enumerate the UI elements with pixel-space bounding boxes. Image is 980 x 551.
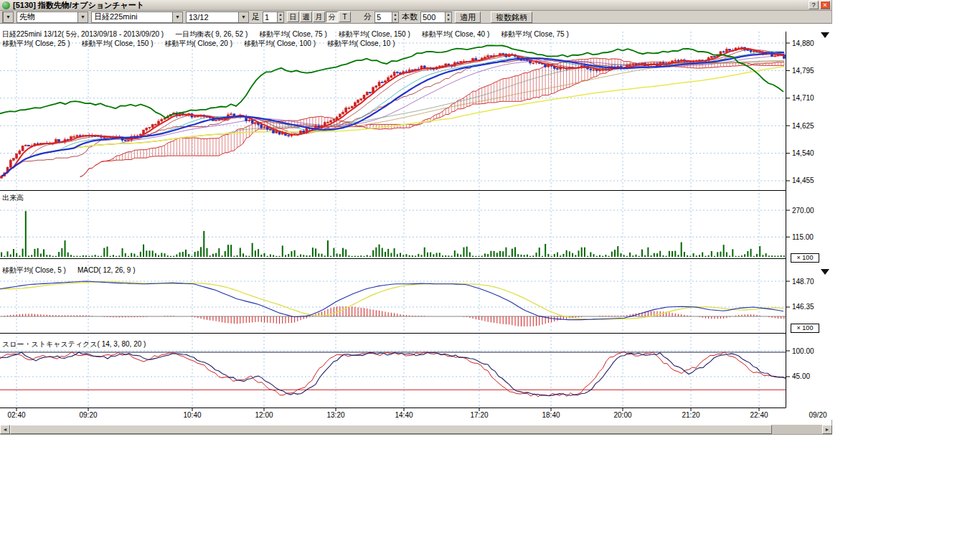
scroll-right-button[interactable]: ► [822, 425, 832, 434]
count-label: 本数 [402, 11, 418, 22]
period-button-T[interactable]: T [339, 11, 351, 22]
chart-mode-dropdown[interactable]: ▼ [2, 11, 14, 23]
period-button-週[interactable]: 週 [300, 11, 312, 22]
scrollbar-thumb[interactable] [10, 425, 772, 434]
minute-spinner[interactable]: 5 ▲▼ [374, 11, 399, 23]
period-button-分[interactable]: 分 [326, 11, 338, 22]
macd-pane-collapse-icon[interactable] [821, 269, 829, 275]
window-title: [5130] 指数先物/オプションチャート [13, 0, 807, 11]
contract-dropdown-value: 13/12 [187, 13, 238, 22]
spin-up-icon[interactable]: ▲ [392, 12, 398, 17]
count-value: 500 [421, 12, 445, 22]
minute-value: 5 [375, 12, 392, 22]
y-axis-label: 45.00 [792, 372, 810, 380]
volume-multiplier-badge: × 100 [791, 253, 819, 263]
x-axis-label: 13:20 [326, 411, 344, 419]
x-axis-label: 10:40 [183, 411, 201, 419]
y-axis-label: 14,880 [792, 39, 814, 47]
spin-up-icon[interactable]: ▲ [445, 12, 451, 17]
spinner-arrows[interactable]: ▲▼ [277, 12, 283, 22]
x-axis-label: 21:20 [682, 411, 699, 419]
titlebar: [5130] 指数先物/オプションチャート ? × [0, 0, 831, 11]
y-axis-label: 14,710 [792, 94, 814, 102]
ashi-count-value: 1 [263, 12, 277, 22]
chart-area: 14,88014,79514,71014,62514,54014,455270.… [0, 24, 832, 420]
market-dropdown-value: 先物 [17, 11, 77, 22]
market-dropdown[interactable]: 先物 ▼ [17, 11, 88, 23]
spin-up-icon[interactable]: ▲ [277, 12, 283, 17]
chevron-down-icon: ▼ [172, 12, 182, 22]
ashi-count-spinner[interactable]: 1 ▲▼ [263, 11, 284, 23]
x-axis-label: 14:40 [395, 411, 413, 419]
spin-down-icon[interactable]: ▼ [277, 17, 283, 22]
spinner-arrows[interactable]: ▲▼ [445, 12, 451, 22]
x-axis-label: 12:00 [255, 411, 273, 419]
x-axis-label: 09:20 [79, 411, 97, 419]
scroll-left-button[interactable]: ◄ [0, 425, 10, 434]
toolbar: ▼ 先物 ▼ 日経225mini ▼ 13/12 ▼ 足 1 ▲▼ 日週月分T … [0, 11, 831, 24]
price-pane-collapse-icon[interactable] [821, 32, 829, 38]
close-button[interactable]: × [820, 1, 830, 9]
x-axis-label: 17:20 [470, 411, 488, 419]
app-icon [2, 1, 10, 9]
x-axis-label: 09/20 [809, 411, 826, 419]
period-button-日[interactable]: 日 [287, 11, 299, 22]
chevron-down-icon: ▼ [77, 12, 88, 22]
y-axis-label: 148.70 [792, 278, 814, 286]
y-axis-label: 146.35 [792, 303, 814, 311]
chart-window: [5130] 指数先物/オプションチャート ? × ▼ 先物 ▼ 日経225mi… [0, 0, 832, 435]
multi-symbol-button[interactable]: 複数銘柄 [491, 11, 532, 23]
y-axis-label: 14,540 [792, 149, 814, 157]
contract-dropdown[interactable]: 13/12 ▼ [186, 11, 249, 23]
macd-multiplier-badge: × 100 [791, 324, 819, 333]
x-axis-label: 22:40 [750, 411, 768, 419]
x-axis-label: 02:40 [7, 411, 25, 419]
horizontal-scrollbar[interactable]: ◄ ► [0, 425, 832, 434]
x-axis-label: 18:40 [542, 411, 560, 419]
y-axis-label: 14,455 [792, 176, 814, 184]
y-axis-label: 270.00 [792, 207, 814, 215]
ashi-label: 足 [252, 11, 260, 22]
spin-down-icon[interactable]: ▼ [445, 17, 451, 22]
apply-button[interactable]: 適用 [455, 11, 481, 23]
period-button-月[interactable]: 月 [313, 11, 325, 22]
chevron-down-icon: ▼ [238, 12, 248, 22]
count-spinner[interactable]: 500 ▲▼ [420, 11, 452, 23]
y-axis-label: 14,625 [792, 122, 814, 130]
spinner-arrows[interactable]: ▲▼ [392, 12, 398, 22]
minute-label: 分 [364, 11, 372, 22]
chart-canvas[interactable]: 14,88014,79514,71014,62514,54014,455270.… [0, 24, 832, 420]
x-axis-label: 20:00 [613, 411, 631, 419]
spin-down-icon[interactable]: ▼ [392, 17, 398, 22]
help-button[interactable]: ? [809, 1, 819, 9]
y-axis-label: 100.00 [792, 347, 814, 355]
symbol-dropdown[interactable]: 日経225mini ▼ [91, 11, 183, 23]
y-axis-label: 115.00 [792, 233, 814, 241]
symbol-dropdown-value: 日経225mini [92, 11, 172, 22]
chevron-down-icon: ▼ [3, 12, 13, 22]
y-axis-label: 14,795 [792, 67, 814, 75]
period-button-group: 日週月分T [287, 11, 351, 22]
